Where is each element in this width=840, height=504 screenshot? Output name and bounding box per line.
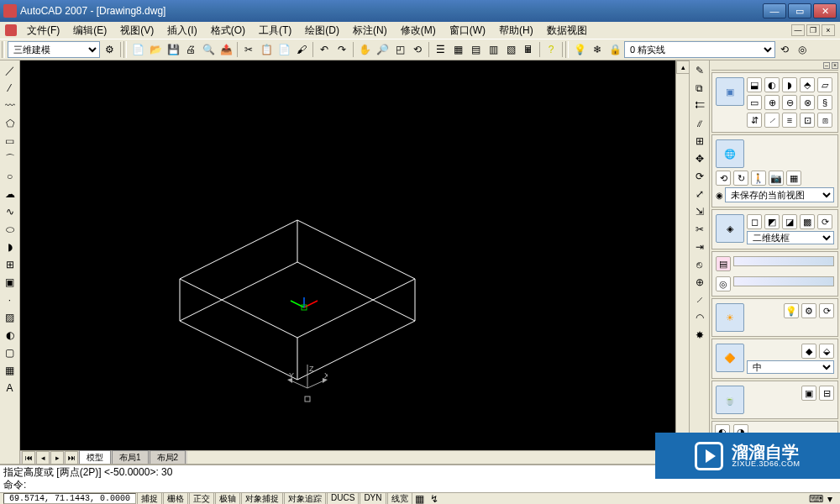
thicken-icon[interactable]: ≡ <box>782 113 797 128</box>
extrude-icon[interactable]: ⬓ <box>747 77 762 92</box>
drawing-canvas[interactable]: Z X Y ▴ ⏮ ◂ ▸ ⏭ 模型 布局1 布局2 <box>20 60 689 464</box>
help-icon[interactable]: ? <box>543 41 559 58</box>
union-icon[interactable]: ⊕ <box>764 95 780 110</box>
explode-icon[interactable]: ✸ <box>690 327 709 344</box>
fillet-icon[interactable]: ◠ <box>690 309 709 326</box>
trim-icon[interactable]: ✂ <box>690 221 709 238</box>
calc-icon[interactable]: 🖩 <box>520 41 537 58</box>
status-toggle-对象捕捉[interactable]: 对象捕捉 <box>241 492 283 505</box>
proj-icon[interactable]: ▦ <box>786 171 801 186</box>
box-primitive-icon[interactable]: ▣ <box>716 77 744 106</box>
line-icon[interactable]: ／ <box>1 62 19 79</box>
circle-icon[interactable]: ○ <box>1 168 19 185</box>
layer-iso2-icon[interactable]: ◎ <box>716 276 731 291</box>
tab-first-icon[interactable]: ⏮ <box>22 451 35 465</box>
tab-prev-icon[interactable]: ◂ <box>36 451 50 465</box>
tab-last-icon[interactable]: ⏭ <box>65 451 78 465</box>
mdi-minimize-button[interactable]: — <box>791 24 805 36</box>
menu-绘图[interactable]: 绘图(D) <box>298 22 346 39</box>
render1-icon[interactable]: ▣ <box>801 386 816 401</box>
panel-close-icon[interactable]: × <box>832 62 838 69</box>
mat2-icon[interactable]: ⬙ <box>819 344 834 359</box>
erase-icon[interactable]: ✎ <box>690 62 709 79</box>
sun-icon[interactable]: ☀ <box>716 303 744 332</box>
material-icon[interactable]: 🔶 <box>716 344 744 372</box>
layer-prev-icon[interactable]: ⟲ <box>776 41 793 58</box>
insert-block-icon[interactable]: ⊞ <box>1 256 19 273</box>
camera-icon[interactable]: 📷 <box>769 171 784 186</box>
hatch-icon[interactable]: ▨ <box>1 309 19 326</box>
extend-icon[interactable]: ⇥ <box>690 239 709 255</box>
status-toggle-极轴[interactable]: 极轴 <box>215 492 240 505</box>
vs1-icon[interactable]: ◻ <box>747 214 762 229</box>
ellipse-arc-icon[interactable]: ◗ <box>1 239 19 255</box>
rectangle-icon[interactable]: ▭ <box>1 133 19 150</box>
toolbar-grip[interactable] <box>2 41 5 58</box>
revolve-icon[interactable]: ◐ <box>764 77 780 92</box>
menu-编辑[interactable]: 编辑(E) <box>66 22 113 39</box>
vs3-icon[interactable]: ◪ <box>782 214 797 229</box>
table-icon[interactable]: ▦ <box>1 362 19 379</box>
menu-窗口[interactable]: 窗口(W) <box>443 22 492 39</box>
publish-icon[interactable]: 📤 <box>218 41 234 58</box>
spline-icon[interactable]: ∿ <box>1 203 19 220</box>
revcloud-icon[interactable]: ☁ <box>1 186 19 202</box>
coordinates-readout[interactable]: 69.5714, 71.1443, 0.0000 <box>3 493 136 504</box>
rotate-icon[interactable]: ⟳ <box>690 168 709 185</box>
mdi-restore-button[interactable]: ❐ <box>806 24 820 36</box>
mdi-close-button[interactable]: × <box>822 24 835 36</box>
material-select[interactable]: 中 <box>747 360 834 374</box>
text-icon[interactable]: A <box>1 380 19 396</box>
pan-icon[interactable]: ✋ <box>356 41 373 58</box>
presspull-icon[interactable]: ⇵ <box>747 113 762 128</box>
new-icon[interactable]: 📄 <box>129 41 146 58</box>
status-tray-icon[interactable]: ▾ <box>823 494 837 504</box>
toolbar-grip[interactable] <box>565 41 569 58</box>
save-icon[interactable]: 💾 <box>165 41 181 58</box>
polyline-icon[interactable]: 〰 <box>1 97 19 114</box>
helix-icon[interactable]: § <box>817 95 832 110</box>
chamfer-icon[interactable]: ⟋ <box>690 291 709 308</box>
swivel-icon[interactable]: ↻ <box>733 171 748 186</box>
separate-icon[interactable]: ⧆ <box>817 113 832 128</box>
preview-icon[interactable]: 🔍 <box>200 41 217 58</box>
vs2-icon[interactable]: ◩ <box>764 214 780 229</box>
open-icon[interactable]: 📂 <box>147 41 164 58</box>
sheetset-icon[interactable]: ▥ <box>485 41 501 58</box>
tab-next-icon[interactable]: ▸ <box>50 451 64 465</box>
slice-icon[interactable]: ⟋ <box>764 113 780 128</box>
join-icon[interactable]: ⊕ <box>690 274 709 291</box>
light2-icon[interactable]: ⚙ <box>801 303 816 318</box>
light1-icon[interactable]: 💡 <box>784 303 799 318</box>
status-model-icon[interactable]: ▦ <box>413 494 427 504</box>
slider[interactable] <box>733 256 834 266</box>
polygon-icon[interactable]: ⬠ <box>1 115 19 132</box>
status-toggle-DYN[interactable]: DYN <box>360 492 386 505</box>
layer-select[interactable]: 0 精实线 <box>624 41 775 58</box>
view-select[interactable]: 未保存的当前视图 <box>725 187 834 202</box>
status-anno-icon[interactable]: ↯ <box>428 494 441 504</box>
horizontal-scrollbar[interactable]: ⏮ ◂ ▸ ⏭ 模型 布局1 布局2 <box>20 450 689 464</box>
vertical-scrollbar[interactable]: ▴ <box>675 60 689 450</box>
light3-icon[interactable]: ⟳ <box>819 303 834 318</box>
menu-插入[interactable]: 插入(I) <box>160 22 203 39</box>
status-toggle-DUCS[interactable]: DUCS <box>327 492 359 505</box>
close-button[interactable]: ✕ <box>813 3 837 18</box>
slider[interactable] <box>733 276 834 286</box>
polysolid-icon[interactable]: ▱ <box>817 77 832 92</box>
menu-格式[interactable]: 格式(O) <box>204 22 252 39</box>
status-toggle-栅格[interactable]: 栅格 <box>163 492 188 505</box>
move-icon[interactable]: ✥ <box>690 150 709 167</box>
redo-icon[interactable]: ↷ <box>333 41 350 58</box>
toolpalettes-icon[interactable]: ▤ <box>467 41 484 58</box>
zoom-icon[interactable]: 🔎 <box>374 41 391 58</box>
region-icon[interactable]: ▢ <box>1 344 19 361</box>
model-tab[interactable]: 模型 <box>79 450 111 464</box>
make-block-icon[interactable]: ▣ <box>1 274 19 291</box>
layer-iso-icon[interactable]: ◎ <box>794 41 811 58</box>
render2-icon[interactable]: ⊟ <box>819 386 834 401</box>
vs5-icon[interactable]: ⟳ <box>817 214 832 229</box>
visual-style-icon[interactable]: ◈ <box>716 214 744 243</box>
match-icon[interactable]: 🖌 <box>293 41 310 58</box>
cut-icon[interactable]: ✂ <box>240 41 257 58</box>
